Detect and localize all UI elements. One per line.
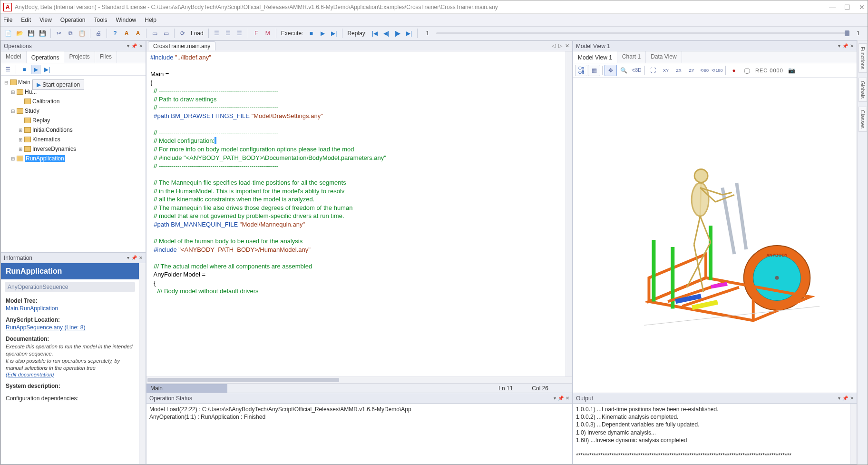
menu-help[interactable]: Help (145, 17, 156, 23)
mv-close-icon[interactable]: ✕ (850, 43, 854, 49)
toggle-icon[interactable]: ▭ (150, 29, 159, 38)
out-dd-icon[interactable]: ▾ (838, 396, 840, 401)
rot180-icon[interactable]: ⟲180 (711, 65, 723, 76)
tool-a-icon[interactable]: A (122, 29, 131, 38)
zoom-icon[interactable]: 🔍 (617, 65, 630, 76)
save-icon[interactable]: 💾 (26, 29, 36, 38)
tab-operations[interactable]: Operations (27, 51, 65, 63)
pin2-icon[interactable]: 📌 (131, 43, 137, 49)
sidetab-classes[interactable]: Classes (858, 107, 867, 132)
pan-icon[interactable]: ✥ (605, 65, 617, 76)
close-panel-icon[interactable]: ✕ (139, 43, 143, 49)
play-icon[interactable]: ▶ (318, 29, 327, 38)
editor-tab[interactable]: CrossTrainer.main.any (148, 41, 215, 50)
edit-doc-link[interactable]: (Edit documentation) (6, 372, 54, 377)
model-tree-link[interactable]: Main.RunApplication (6, 305, 58, 312)
info-scrollbar[interactable] (139, 263, 146, 464)
os-dd-icon[interactable]: ▾ (554, 396, 556, 401)
script-loc-link[interactable]: RunAppSequence.any (Line: 8) (6, 324, 85, 331)
tab-close-icon[interactable]: ✕ (565, 43, 569, 49)
mv-tab-modelview[interactable]: Model View 1 (573, 51, 617, 63)
replay-prev-icon[interactable]: ◀| (381, 29, 391, 38)
tree-item-runapplication[interactable]: ⊞RunApplication (2, 154, 145, 163)
new-icon[interactable]: 📄 (3, 29, 13, 38)
editor-v-scrollbar[interactable] (566, 51, 572, 376)
fit-icon[interactable]: ⛶ (647, 65, 659, 76)
rot90-icon[interactable]: ⟲90 (698, 65, 711, 76)
cut-icon[interactable]: ✂ (54, 29, 64, 38)
load-icon[interactable]: ⟳ (178, 29, 187, 38)
tab-model[interactable]: Model (1, 51, 27, 63)
print-icon[interactable]: 🖨 (94, 29, 103, 38)
op-play-icon[interactable]: ▶ (31, 65, 40, 74)
stop-icon[interactable]: ■ (306, 29, 316, 38)
menu-file[interactable]: File (3, 17, 12, 23)
sidetab-globals[interactable]: Globals (858, 78, 867, 102)
out-close-icon[interactable]: ✕ (850, 396, 854, 401)
collapse-icon[interactable]: ☰ (3, 65, 12, 74)
os-close-icon[interactable]: ✕ (566, 396, 569, 401)
op-stop-icon[interactable]: ■ (20, 65, 29, 74)
info-close-icon[interactable]: ✕ (139, 255, 143, 260)
output-text[interactable]: 1.0.0.1) ...Load-time positions have bee… (573, 404, 850, 464)
tab-next-icon[interactable]: ▷ (558, 43, 562, 49)
record-icon[interactable]: ● (728, 65, 740, 76)
step-icon[interactable]: ▶| (329, 29, 339, 38)
copy-icon[interactable]: ⧉ (66, 29, 75, 38)
output-scrollbar[interactable] (850, 404, 857, 464)
menu-edit[interactable]: Edit (21, 17, 31, 23)
os-pin-icon[interactable]: 📌 (558, 396, 564, 401)
pin-icon[interactable]: ▾ (127, 43, 129, 49)
props-icon[interactable]: ▦ (588, 65, 600, 76)
tree-item-calibration[interactable]: Calibration (2, 97, 145, 106)
list-icon[interactable]: ☰ (235, 29, 244, 38)
macro-f-icon[interactable]: F (252, 29, 261, 38)
outdent-icon[interactable]: ☰ (224, 29, 233, 38)
maximize-button[interactable]: ☐ (844, 3, 850, 11)
rotate3d-icon[interactable]: ⟲3D (630, 65, 643, 76)
replay-last-icon[interactable]: ▶| (404, 29, 414, 38)
close-button[interactable]: ✕ (859, 3, 865, 11)
view-zy-icon[interactable]: ZY (685, 65, 698, 76)
tree-item-kinematics[interactable]: ⊞Kinematics (2, 135, 145, 144)
view-xy-icon[interactable]: XY (660, 65, 672, 76)
help-icon[interactable]: ? (110, 29, 120, 38)
op-step-icon[interactable]: ▶| (42, 65, 52, 74)
replay-next-icon[interactable]: |▶ (393, 29, 402, 38)
minimize-button[interactable]: — (829, 3, 836, 11)
mv-pin-icon[interactable]: 📌 (842, 43, 848, 49)
toggle2-icon[interactable]: ▭ (161, 29, 171, 38)
tree-item-inversedynamics[interactable]: ⊞InverseDynamics (2, 144, 145, 154)
mv-dd-icon[interactable]: ▾ (838, 43, 840, 49)
tree-item-initialconditions[interactable]: ⊞InitialConditions (2, 125, 145, 135)
tab-projects[interactable]: Projects (64, 51, 95, 63)
out-pin-icon[interactable]: 📌 (842, 396, 848, 401)
tab-files[interactable]: Files (95, 51, 117, 63)
mv-tab-dataview[interactable]: Data View (646, 51, 682, 63)
load-label[interactable]: Load (189, 30, 205, 37)
3d-viewport[interactable]: ANYBODY (573, 78, 857, 393)
saveall-icon[interactable]: 💾 (38, 29, 47, 38)
camera-icon[interactable]: 📷 (786, 65, 798, 76)
mv-tab-chart[interactable]: Chart 1 (617, 51, 646, 63)
opstatus-text[interactable]: Model Load(22:22) : C:\Users\st\AnyBodyT… (146, 404, 572, 464)
record-stop-icon[interactable]: ◯ (741, 65, 753, 76)
info-dd-icon[interactable]: ▾ (127, 255, 129, 260)
tree-item-replay[interactable]: Replay (2, 116, 145, 125)
onoff-icon[interactable]: OnOff (575, 65, 587, 76)
view-zx-icon[interactable]: ZX (673, 65, 685, 76)
info-pin-icon[interactable]: 📌 (131, 255, 137, 260)
tab-prev-icon[interactable]: ◁ (552, 43, 556, 49)
paste-icon[interactable]: 📋 (77, 29, 87, 38)
code-editor[interactable]: #include "../libdef.any" Main = { // ---… (146, 51, 566, 376)
menu-operation[interactable]: Operation (60, 17, 86, 23)
tree-item-study[interactable]: ⊟Study (2, 106, 145, 116)
macro-m-icon[interactable]: M (263, 29, 273, 38)
menu-tools[interactable]: Tools (94, 17, 107, 23)
indent-icon[interactable]: ☰ (212, 29, 222, 38)
editor-h-scrollbar[interactable] (146, 376, 572, 383)
replay-first-icon[interactable]: |◀ (370, 29, 380, 38)
tool-a2-icon[interactable]: A (133, 29, 143, 38)
menu-view[interactable]: View (39, 17, 52, 23)
sidetab-functions[interactable]: Functions (858, 43, 867, 73)
